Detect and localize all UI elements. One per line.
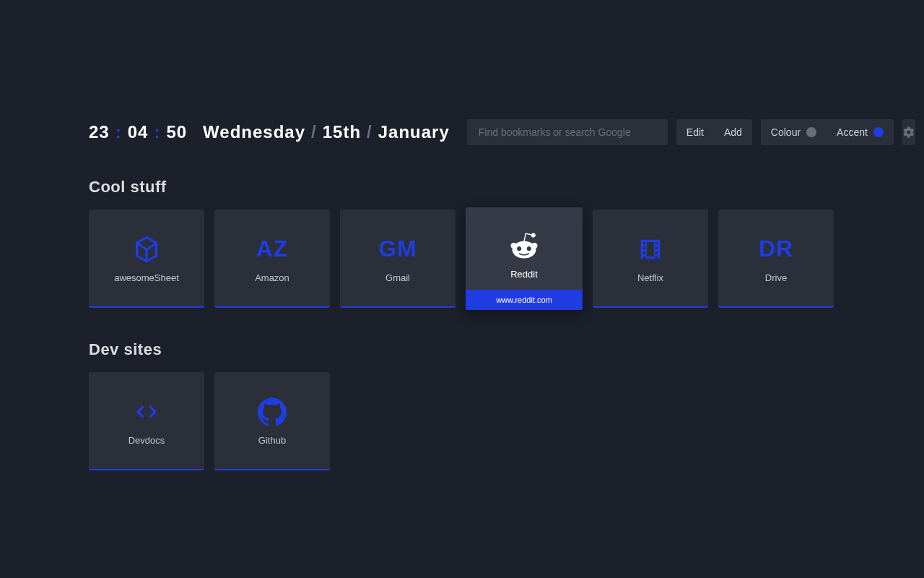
- colour-label: Colour: [771, 126, 801, 138]
- bookmark-url: www.reddit.com: [466, 290, 583, 310]
- clock-date-num: 15th: [323, 122, 361, 142]
- text-icon: AZ: [256, 233, 289, 265]
- edit-add-group: Edit Add: [676, 119, 752, 145]
- colour-accent-group: Colour Accent: [761, 119, 894, 145]
- bookmark-tile[interactable]: Github: [214, 372, 330, 470]
- text-icon: DR: [759, 233, 793, 265]
- bookmark-label: Reddit: [510, 269, 538, 280]
- clock-sep: :: [154, 122, 160, 142]
- film-icon: [636, 233, 665, 265]
- bookmark-tile[interactable]: Redditwww.reddit.com: [466, 207, 583, 310]
- date-slash: /: [367, 122, 372, 142]
- bookmark-label: Drive: [765, 272, 787, 283]
- bookmark-grid: DevdocsGithub: [89, 372, 835, 470]
- bookmark-label: Devdocs: [128, 435, 165, 446]
- bookmark-grid: awesomeSheetAZAmazonGMGmailRedditwww.red…: [89, 210, 835, 310]
- bookmark-tile[interactable]: GMGmail: [340, 210, 456, 308]
- bookmark-label: awesomeSheet: [114, 272, 179, 283]
- github-icon: [258, 396, 287, 428]
- bookmark-label: Netflix: [637, 272, 663, 283]
- reddit-icon: [510, 230, 539, 262]
- clock-minutes: 04: [128, 122, 149, 142]
- bookmark-label: Gmail: [385, 272, 410, 283]
- bookmark-tile[interactable]: Netflix: [593, 210, 708, 308]
- code-icon: [132, 396, 161, 428]
- bookmark-tile[interactable]: awesomeSheet: [89, 210, 204, 308]
- section-title: Cool stuff: [89, 178, 835, 197]
- colour-button[interactable]: Colour: [761, 119, 827, 145]
- gear-icon: [902, 126, 915, 139]
- clock-seconds: 50: [166, 122, 187, 142]
- clock-day: Wednesday: [203, 122, 305, 142]
- clock-month: January: [378, 122, 450, 142]
- settings-button[interactable]: [902, 119, 915, 145]
- section-title: Dev sites: [89, 340, 835, 359]
- search-bar[interactable]: [467, 119, 668, 145]
- clock-sep: :: [116, 122, 122, 142]
- text-icon: GM: [378, 233, 417, 265]
- accent-button[interactable]: Accent: [827, 119, 894, 145]
- bookmark-tile[interactable]: AZAmazon: [214, 210, 330, 308]
- clock-date: 23 : 04 : 50 Wednesday / 15th / January: [89, 122, 450, 142]
- bookmark-label: Github: [258, 435, 286, 446]
- bookmark-tile[interactable]: DRDrive: [718, 210, 834, 308]
- accent-swatch-icon: [873, 127, 884, 137]
- edit-button[interactable]: Edit: [676, 119, 714, 145]
- search-input[interactable]: [479, 126, 656, 138]
- clock-hours: 23: [89, 122, 110, 142]
- add-button[interactable]: Add: [714, 119, 752, 145]
- header-row: 23 : 04 : 50 Wednesday / 15th / January …: [89, 119, 835, 145]
- accent-label: Accent: [837, 126, 868, 138]
- bookmark-tile[interactable]: Devdocs: [89, 372, 204, 470]
- bookmark-label: Amazon: [255, 272, 289, 283]
- d20-icon: [132, 233, 161, 265]
- colour-swatch-icon: [806, 127, 816, 137]
- date-slash: /: [311, 122, 317, 142]
